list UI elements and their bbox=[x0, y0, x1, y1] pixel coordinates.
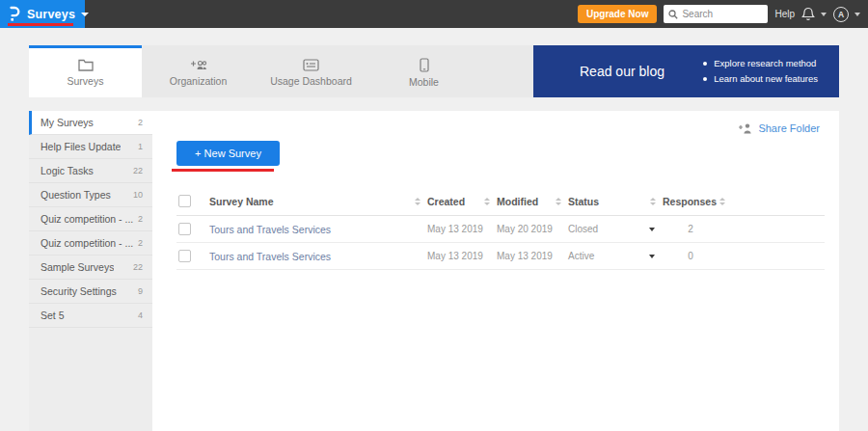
search-input[interactable] bbox=[682, 9, 763, 19]
section-nav: Surveys Organization Usage Dashboard bbox=[29, 45, 839, 97]
sidebar-item-my-surveys[interactable]: My Surveys 2 bbox=[29, 111, 152, 135]
product-title: Surveys bbox=[27, 8, 75, 21]
col-modified: Modified bbox=[497, 196, 555, 207]
chevron-down-icon[interactable] bbox=[81, 13, 89, 16]
notifications-menu[interactable] bbox=[801, 7, 827, 21]
sidebar-item-logic-tasks[interactable]: Logic Tasks 22 bbox=[29, 159, 152, 183]
sort-icon[interactable] bbox=[483, 198, 491, 205]
created-date: May 13 2019 bbox=[427, 251, 483, 261]
col-responses: Responses bbox=[663, 196, 719, 207]
caret-down-icon bbox=[821, 13, 827, 16]
count-badge: 1 bbox=[138, 142, 143, 151]
modified-date: May 20 2019 bbox=[497, 224, 555, 234]
survey-name-link[interactable]: Tours and Travels Services bbox=[209, 224, 414, 235]
add-person-icon bbox=[738, 122, 752, 134]
search-icon bbox=[668, 10, 678, 19]
survey-name-link[interactable]: Tours and Travels Services bbox=[209, 251, 414, 262]
help-link[interactable]: Help bbox=[774, 9, 795, 19]
tab-mobile[interactable]: Mobile bbox=[367, 45, 480, 97]
table-row: Tours and Travels Services May 13 2019 M… bbox=[176, 216, 825, 243]
col-created: Created bbox=[427, 196, 483, 207]
responses-count: 2 bbox=[663, 224, 719, 234]
sidebar-item-question-types[interactable]: Question Types 10 bbox=[29, 183, 152, 207]
tab-organization[interactable]: Organization bbox=[142, 45, 255, 97]
table-header-row: Survey Name Created Modified Status Resp… bbox=[176, 187, 825, 216]
account-menu[interactable]: A bbox=[833, 7, 860, 22]
tabs-strip: Surveys Organization Usage Dashboard bbox=[29, 45, 533, 97]
blog-title: Read our blog bbox=[533, 64, 688, 79]
responses-count: 0 bbox=[663, 251, 719, 261]
surveys-panel: Share Folder + New Survey Survey Name Cr… bbox=[152, 111, 839, 431]
upgrade-now-button[interactable]: Upgrade Now bbox=[578, 5, 657, 23]
tab-surveys[interactable]: Surveys bbox=[29, 45, 142, 97]
blog-bullet-list: Explore research method Learn about new … bbox=[703, 56, 839, 87]
caret-down-icon bbox=[854, 13, 860, 16]
tab-usage-dashboard[interactable]: Usage Dashboard bbox=[255, 45, 367, 97]
sort-icon[interactable] bbox=[414, 198, 421, 205]
table-row: Tours and Travels Services May 13 2019 M… bbox=[176, 243, 825, 270]
status-value: Active bbox=[568, 251, 649, 261]
search-box[interactable] bbox=[664, 5, 768, 23]
status-value: Closed bbox=[568, 224, 649, 234]
surveys-app-switcher[interactable]: Surveys bbox=[0, 0, 85, 28]
add-people-icon bbox=[190, 59, 207, 71]
count-badge: 22 bbox=[133, 262, 143, 272]
bell-icon bbox=[801, 7, 815, 21]
new-survey-area: + New Survey bbox=[176, 141, 280, 166]
count-badge: 2 bbox=[138, 238, 143, 248]
share-folder-label: Share Folder bbox=[758, 122, 820, 134]
blog-bullet: Explore research method bbox=[703, 56, 818, 71]
status-dropdown-caret-icon[interactable] bbox=[649, 255, 655, 258]
dashboard-icon bbox=[303, 59, 319, 71]
sidebar-item-security-settings[interactable]: Security Settings 9 bbox=[29, 280, 152, 304]
sort-icon[interactable] bbox=[555, 198, 562, 205]
col-status: Status bbox=[568, 196, 649, 207]
content: My Surveys 2 Help Files Update 1 Logic T… bbox=[29, 111, 839, 431]
row-checkbox[interactable] bbox=[178, 223, 191, 235]
count-badge: 9 bbox=[138, 286, 143, 296]
count-badge: 22 bbox=[133, 166, 143, 175]
modified-date: May 13 2019 bbox=[497, 251, 555, 261]
sidebar-item-quiz-competition-2[interactable]: Quiz competition - ... 2 bbox=[29, 231, 152, 256]
sidebar-item-quiz-competition-1[interactable]: Quiz competition - ... 2 bbox=[29, 207, 152, 231]
surveys-table: Survey Name Created Modified Status Resp… bbox=[176, 187, 825, 270]
blog-banner[interactable]: Read our blog Explore research method Le… bbox=[533, 45, 839, 97]
col-survey-name: Survey Name bbox=[209, 196, 414, 207]
sort-icon[interactable] bbox=[719, 198, 726, 205]
proprofs-logo-icon bbox=[8, 6, 20, 22]
sort-icon[interactable] bbox=[649, 198, 657, 205]
sidebar-item-help-files-update[interactable]: Help Files Update 1 bbox=[29, 135, 152, 159]
count-badge: 10 bbox=[133, 190, 143, 200]
new-survey-button[interactable]: + New Survey bbox=[176, 141, 280, 166]
mobile-icon bbox=[420, 58, 429, 72]
count-badge: 2 bbox=[138, 118, 143, 127]
created-date: May 13 2019 bbox=[427, 224, 483, 234]
folders-sidebar: My Surveys 2 Help Files Update 1 Logic T… bbox=[29, 111, 152, 431]
red-underline-annotation bbox=[172, 169, 274, 172]
count-badge: 4 bbox=[138, 310, 143, 320]
avatar: A bbox=[833, 7, 849, 22]
topbar-actions: Upgrade Now Help A bbox=[578, 0, 868, 28]
topbar: Surveys Upgrade Now Help A bbox=[0, 0, 868, 28]
red-underline-annotation bbox=[8, 23, 73, 26]
sidebar-item-set-5[interactable]: Set 5 4 bbox=[29, 304, 152, 328]
select-all-checkbox[interactable] bbox=[178, 195, 191, 207]
share-folder-button[interactable]: Share Folder bbox=[738, 122, 820, 134]
sidebar-item-sample-surveys[interactable]: Sample Surveys 22 bbox=[29, 256, 152, 280]
count-badge: 2 bbox=[138, 214, 143, 224]
blog-bullet: Learn about new features bbox=[703, 71, 818, 87]
status-dropdown-caret-icon[interactable] bbox=[649, 228, 655, 231]
row-checkbox[interactable] bbox=[178, 250, 191, 262]
folder-icon bbox=[78, 59, 94, 71]
